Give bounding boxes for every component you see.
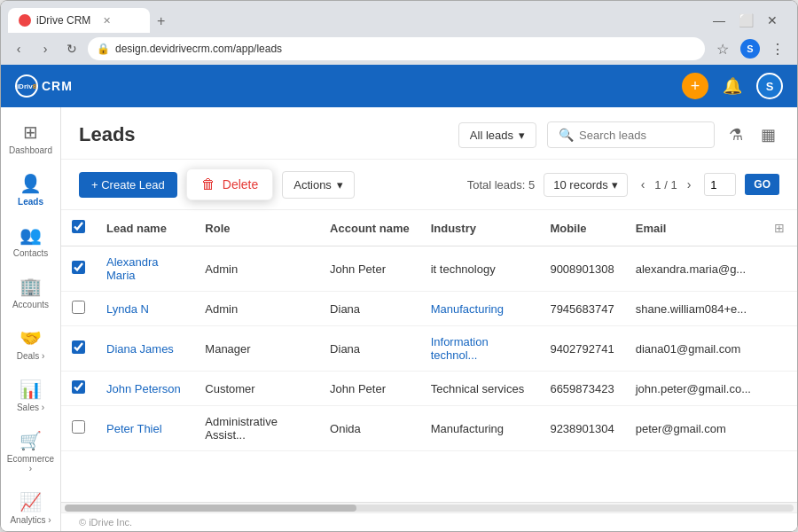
browser-menu-button[interactable]: ⋮	[765, 36, 790, 61]
delete-label: Delete	[223, 177, 258, 192]
row-account-0: John Peter	[319, 246, 420, 292]
sidebar-item-ecommerce[interactable]: 🛒 Ecommerce ›	[1, 423, 60, 481]
filter-button[interactable]: ⚗	[725, 121, 747, 148]
actions-chevron-icon: ▾	[337, 178, 343, 192]
close-window-button[interactable]: ✕	[762, 10, 783, 31]
lead-name-link-3[interactable]: John Peterson	[106, 382, 181, 395]
sidebar-item-analytics[interactable]: 📈 Analytics ›	[1, 484, 60, 531]
row-checkbox-1[interactable]	[72, 301, 85, 314]
row-mobile-0: 9008901308	[539, 246, 624, 292]
pagination-text: 1 / 1	[654, 178, 677, 192]
sidebar-label-leads: Leads	[18, 197, 43, 207]
address-bar[interactable]: 🔒 design.devidrivecrm.com/app/leads	[88, 37, 705, 60]
main-content: Leads All leads ▾ 🔍 ⚗ ▦ + Create Lead	[61, 107, 797, 531]
delete-popup[interactable]: 🗑 Delete	[186, 168, 273, 200]
forward-button[interactable]: ›	[35, 38, 56, 59]
minimize-button[interactable]: —	[708, 10, 730, 31]
row-mobile-3: 6659873423	[539, 372, 624, 406]
sidebar-item-contacts[interactable]: 👥 Contacts	[1, 217, 60, 265]
sidebar-label-contacts: Contacts	[13, 248, 48, 258]
column-config-button[interactable]: ⊞	[772, 219, 786, 237]
col-lead-name: Lead name	[96, 210, 194, 246]
lead-name-link-1[interactable]: Lynda N	[106, 302, 149, 316]
sidebar-label-dashboard: Dashboard	[9, 145, 52, 155]
calendar-button[interactable]: ▦	[757, 121, 779, 148]
row-email-0: alexandra.maria@g...	[625, 246, 762, 292]
user-avatar[interactable]: S	[756, 73, 783, 99]
search-input[interactable]	[579, 129, 703, 142]
row-checkbox-0[interactable]	[72, 261, 85, 274]
tab-title: iDrive CRM	[36, 14, 90, 27]
records-chevron-icon: ▾	[612, 178, 618, 192]
lead-name-link-0[interactable]: Alexandra Maria	[106, 255, 159, 282]
page-number-input[interactable]	[704, 173, 736, 196]
logo-text: CRM	[42, 79, 73, 93]
sidebar-label-ecommerce: Ecommerce ›	[4, 454, 57, 473]
tab-close-icon[interactable]: ✕	[103, 15, 111, 27]
sidebar-item-accounts[interactable]: 🏢 Accounts	[1, 269, 60, 317]
next-page-button[interactable]: ›	[683, 176, 696, 193]
sidebar-item-dashboard[interactable]: ⊞ Dashboard	[1, 114, 60, 162]
row-checkbox-cell-1[interactable]	[61, 292, 96, 326]
row-industry-2: Information technol...	[420, 326, 540, 372]
actions-dropdown[interactable]: Actions ▾	[282, 171, 355, 199]
toolbar: + Create Lead 🗑 Delete Actions ▾ Total l…	[61, 160, 797, 210]
bottom-scrollbar[interactable]	[61, 502, 797, 512]
table-row: Peter Thiel Administrative Assist... Oni…	[61, 406, 797, 451]
col-mobile: Mobile	[539, 210, 624, 246]
add-button[interactable]: +	[682, 73, 708, 99]
row-industry-4: Manufacturing	[420, 406, 540, 451]
go-button[interactable]: GO	[745, 174, 779, 195]
total-leads-label: Total leads: 5	[467, 178, 536, 192]
pagination: ‹ 1 / 1 ›	[637, 176, 696, 193]
row-checkbox-3[interactable]	[72, 380, 85, 394]
sidebar-item-sales[interactable]: 📊 Sales ›	[1, 372, 60, 419]
select-all-cell[interactable]	[61, 210, 96, 246]
ecommerce-icon: 🛒	[20, 430, 42, 451]
back-button[interactable]: ‹	[8, 38, 29, 59]
all-leads-dropdown[interactable]: All leads ▾	[458, 122, 536, 148]
row-checkbox-cell-3[interactable]	[61, 372, 96, 406]
row-email-3: john.peter@gmail.co...	[625, 372, 762, 406]
sidebar-item-deals[interactable]: 🤝 Deals ›	[1, 320, 60, 368]
prev-page-button[interactable]: ‹	[637, 176, 650, 193]
bookmark-button[interactable]: ☆	[710, 36, 735, 61]
dashboard-icon: ⊞	[23, 121, 38, 143]
row-role-4: Administrative Assist...	[194, 406, 319, 451]
row-checkbox-cell-0[interactable]	[61, 246, 96, 292]
col-actions-header[interactable]: ⊞	[762, 210, 797, 246]
row-account-3: John Peter	[319, 372, 420, 406]
records-dropdown[interactable]: 10 records ▾	[544, 173, 627, 197]
row-checkbox-cell-2[interactable]	[61, 326, 96, 372]
row-checkbox-2[interactable]	[72, 340, 85, 354]
row-role-1: Admin	[194, 292, 319, 326]
select-all-checkbox[interactable]	[72, 220, 85, 233]
page-header: Leads All leads ▾ 🔍 ⚗ ▦	[61, 107, 797, 160]
row-role-3: Customer	[194, 372, 319, 406]
browser-profile-avatar[interactable]: S	[740, 39, 760, 59]
lead-name-link-2[interactable]: Diana James	[106, 342, 174, 356]
reload-button[interactable]: ↻	[61, 38, 82, 59]
row-email-4: peter@gmail.com	[625, 406, 762, 451]
scrollbar-thumb	[65, 505, 356, 512]
table-row: John Peterson Customer John Peter Techni…	[61, 372, 797, 406]
row-checkbox-cell-4[interactable]	[61, 406, 96, 451]
new-tab-button[interactable]: +	[150, 10, 172, 33]
lead-name-link-4[interactable]: Peter Thiel	[106, 422, 162, 435]
sidebar-label-accounts: Accounts	[12, 300, 49, 309]
sidebar-item-leads[interactable]: 👤 Leads	[1, 166, 60, 214]
footer: © iDrive Inc.	[61, 512, 797, 531]
row-actions-0	[762, 246, 797, 292]
url-text: design.devidrivecrm.com/app/leads	[115, 43, 282, 55]
create-lead-button[interactable]: + Create Lead	[79, 172, 177, 198]
active-tab[interactable]: iDrive CRM ✕	[8, 8, 150, 33]
leads-table: Lead name Role Account name Industry Mob…	[61, 210, 797, 451]
secure-icon: 🔒	[97, 43, 110, 55]
tab-bar: iDrive CRM ✕ + — ⬜ ✕	[1, 1, 797, 33]
row-lead-name-3: John Peterson	[96, 372, 194, 406]
maximize-button[interactable]: ⬜	[735, 10, 756, 31]
row-checkbox-4[interactable]	[72, 420, 85, 434]
row-mobile-2: 9402792741	[539, 326, 624, 372]
bell-button[interactable]: 🔔	[719, 73, 746, 99]
table-row: Diana James Manager Diana Information te…	[61, 326, 797, 372]
